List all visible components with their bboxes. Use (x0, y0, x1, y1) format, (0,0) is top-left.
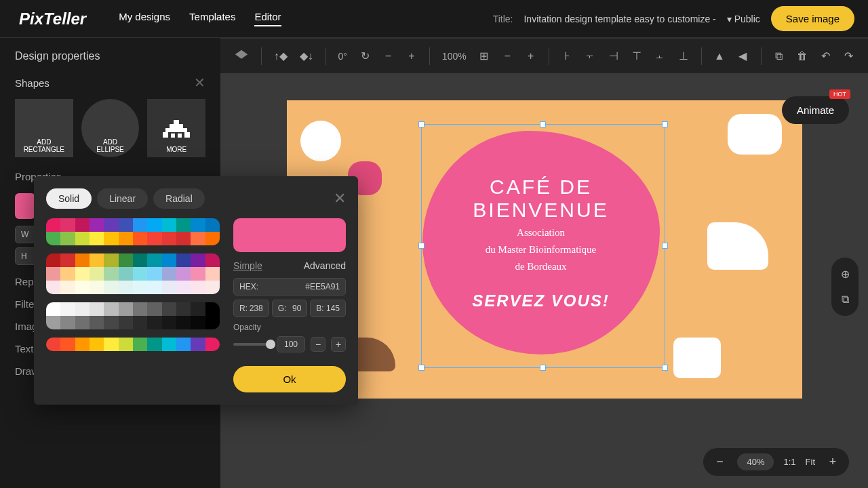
zoom-out-button[interactable]: − (711, 454, 728, 470)
fill-swatch[interactable] (15, 193, 35, 219)
tab-solid[interactable]: Solid (46, 188, 92, 209)
zoom-plus-icon[interactable]: + (525, 49, 536, 64)
align-middle-icon[interactable]: ⫠ (654, 49, 665, 64)
align-top-icon[interactable]: ⊤ (631, 49, 642, 64)
tab-linear[interactable]: Linear (97, 188, 148, 209)
zoom-bar: − 40% 1:1 Fit + (703, 448, 849, 476)
zoom-fit[interactable]: Fit (806, 457, 815, 467)
add-rectangle-button[interactable]: ADD RECTANGLE (15, 99, 73, 157)
svg-rect-6 (178, 134, 182, 138)
toolbar: ↑◆ ◆↓ 0° ↻ − + 100% ⊞ − + ⊦ ⫟ ⊣ ⊤ ⫠ ⊥ ▲ … (220, 38, 868, 73)
svg-rect-0 (174, 120, 179, 124)
visibility-toggle[interactable]: ▾ Public (727, 14, 760, 24)
svg-rect-2 (165, 128, 187, 132)
svg-rect-1 (170, 124, 183, 128)
align-bottom-icon[interactable]: ⊥ (678, 49, 689, 64)
close-colorpicker-icon[interactable]: ✕ (334, 190, 346, 207)
flip-vertical-icon[interactable]: ◀ (737, 49, 748, 64)
hex-input[interactable]: HEX:#EE5A91 (233, 278, 346, 296)
title-value[interactable]: Invitation design template easy to custo… (524, 14, 715, 24)
save-image-button[interactable]: Save image (771, 6, 854, 31)
mode-advanced[interactable]: Advanced (304, 260, 346, 271)
close-shapes-icon[interactable]: ✕ (194, 75, 205, 91)
zoom-value[interactable]: 100% (442, 51, 467, 62)
zoom-1-1[interactable]: 1:1 (783, 457, 795, 467)
align-left-icon[interactable]: ⊦ (561, 49, 572, 64)
hot-badge: HOT (829, 89, 850, 99)
svg-rect-4 (184, 132, 190, 138)
ok-button[interactable]: Ok (233, 366, 346, 392)
add-element-icon[interactable]: ⊕ (837, 266, 853, 282)
rotation-value[interactable]: 0° (338, 51, 347, 62)
g-input[interactable]: G:90 (272, 300, 308, 317)
align-center-icon[interactable]: ⫟ (585, 49, 595, 64)
nav-my-designs[interactable]: My designs (119, 11, 170, 26)
design-canvas[interactable]: CAFÉ DE BIENVENUE Association du Master … (287, 100, 802, 399)
zoom-minus-icon[interactable]: − (502, 49, 513, 64)
r-input[interactable]: R:238 (233, 300, 269, 317)
svg-rect-5 (171, 134, 175, 138)
transparency-icon[interactable]: ⊞ (479, 49, 490, 64)
delete-icon[interactable]: 🗑 (797, 49, 808, 64)
rotate-minus-icon[interactable]: − (382, 49, 393, 64)
right-tools: ⊕ ⧉ (831, 258, 859, 316)
title-label: Title: (493, 14, 513, 24)
rotate-plus-icon[interactable]: + (406, 49, 417, 64)
b-input[interactable]: B:145 (310, 300, 346, 317)
flip-horizontal-icon[interactable]: ▲ (714, 49, 725, 64)
logo[interactable]: PixTeller (14, 8, 92, 30)
duplicate-icon[interactable]: ⧉ (773, 49, 784, 64)
opacity-plus-button[interactable]: + (331, 337, 346, 352)
design-properties-header: Design properties (15, 50, 205, 62)
add-ellipse-button[interactable]: ADD ELLIPSE (81, 99, 140, 157)
opacity-minus-button[interactable]: − (311, 337, 326, 352)
redo-icon[interactable]: ↷ (844, 49, 854, 64)
color-palettes[interactable] (46, 218, 220, 392)
opacity-slider[interactable] (233, 343, 271, 346)
color-preview (233, 218, 346, 252)
align-right-icon[interactable]: ⊣ (608, 49, 618, 64)
duplicate-right-icon[interactable]: ⧉ (837, 291, 853, 308)
nav-templates[interactable]: Templates (189, 11, 235, 26)
svg-rect-3 (163, 132, 168, 138)
zoom-in-button[interactable]: + (825, 454, 841, 470)
send-backward-icon[interactable]: ◆↓ (300, 49, 313, 64)
undo-icon[interactable]: ↶ (820, 49, 831, 64)
rotate-icon[interactable]: ↻ (359, 49, 370, 64)
bring-forward-icon[interactable]: ↑◆ (274, 49, 288, 64)
more-shapes-button[interactable]: MORE (147, 99, 205, 157)
tab-radial[interactable]: Radial (153, 188, 205, 209)
color-picker-panel: Solid Linear Radial ✕ Simple Advanced HE… (34, 176, 358, 405)
shapes-header: Shapes (15, 77, 50, 89)
opacity-label: Opacity (233, 323, 346, 332)
layers-icon[interactable] (234, 49, 249, 64)
zoom-percentage[interactable]: 40% (737, 453, 774, 470)
opacity-value[interactable]: 100 (277, 336, 305, 352)
selection-box[interactable] (421, 124, 665, 368)
mode-simple[interactable]: Simple (233, 260, 262, 271)
animate-button[interactable]: Animate HOT (782, 96, 849, 124)
nav-editor[interactable]: Editor (254, 11, 281, 26)
